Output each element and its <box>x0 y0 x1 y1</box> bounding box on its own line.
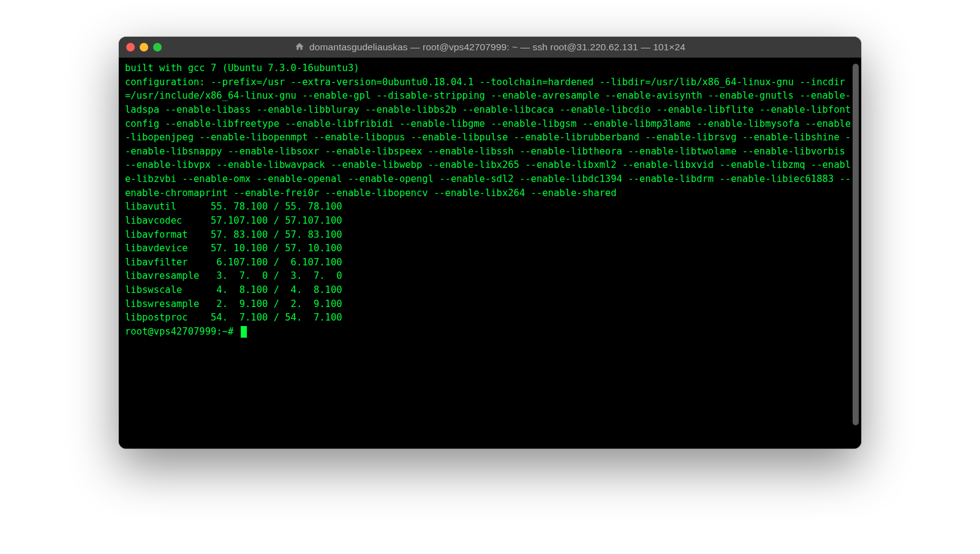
terminal-output: built with gcc 7 (Ubuntu 7.3.0-16ubuntu3… <box>125 61 855 339</box>
built-line: built with gcc 7 (Ubuntu 7.3.0-16ubuntu3… <box>125 63 360 74</box>
traffic-lights <box>126 43 162 51</box>
home-icon <box>295 42 304 53</box>
close-button[interactable] <box>126 43 135 51</box>
window-title: domantasgudeliauskas — root@vps42707999:… <box>309 42 685 53</box>
shell-prompt: root@vps42707999:~# <box>125 325 239 339</box>
title-bar: domantasgudeliauskas — root@vps42707999:… <box>119 37 861 58</box>
prompt-line: root@vps42707999:~# <box>125 325 855 339</box>
configuration-line: configuration: --prefix=/usr --extra-ver… <box>125 77 851 199</box>
scrollbar-thumb[interactable] <box>853 64 859 425</box>
terminal-window: domantasgudeliauskas — root@vps42707999:… <box>119 37 861 449</box>
scrollbar-track[interactable] <box>851 61 860 445</box>
minimize-button[interactable] <box>140 43 148 51</box>
maximize-button[interactable] <box>153 43 162 51</box>
library-versions: libavutil 55. 78.100 / 55. 78.100 libavc… <box>125 201 342 323</box>
terminal-body[interactable]: built with gcc 7 (Ubuntu 7.3.0-16ubuntu3… <box>119 58 861 449</box>
title-content: domantasgudeliauskas — root@vps42707999:… <box>119 42 861 53</box>
cursor <box>241 326 247 338</box>
